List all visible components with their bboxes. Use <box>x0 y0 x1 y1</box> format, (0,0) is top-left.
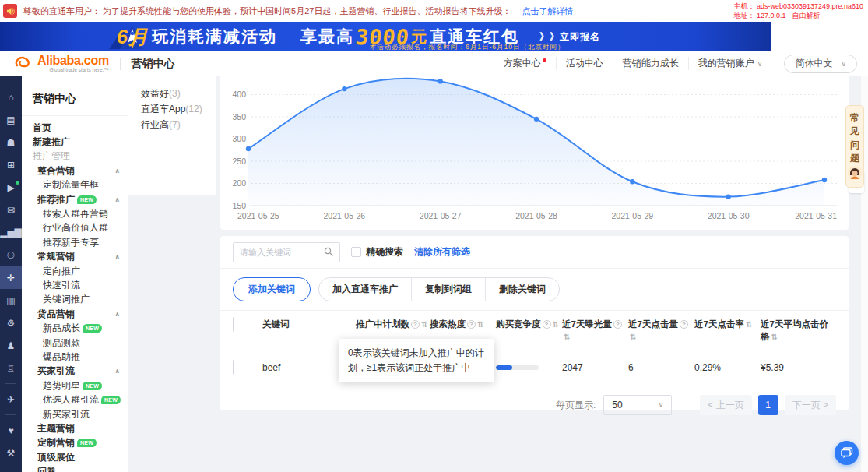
sidebar-item[interactable]: 搜索人群再营销 <box>22 206 128 220</box>
quick-filter-item[interactable]: 行业高(7) <box>141 117 216 132</box>
message-icon[interactable]: ✉ <box>0 199 22 221</box>
data-point[interactable] <box>822 178 827 182</box>
chevron-up-icon[interactable]: ∧ <box>115 253 121 260</box>
keyword-search-box[interactable] <box>233 242 340 262</box>
column-header[interactable]: 购买竞争度?⇅ <box>496 318 562 330</box>
sidebar-item[interactable]: 货品营销∧ <box>22 307 128 321</box>
notice-detail-link[interactable]: 点击了解详情 <box>522 5 573 17</box>
sidebar-item[interactable]: 整合营销∧ <box>22 164 128 178</box>
sidebar-item[interactable]: 常规营销∧ <box>22 250 128 264</box>
sort-icon[interactable]: ⇅ <box>564 333 570 341</box>
header-nav-item[interactable]: 活动中心 <box>557 57 613 70</box>
column-header[interactable]: 推广中计划数?⇅ <box>356 318 430 330</box>
column-header[interactable]: 近7天点击量?⇅ <box>628 318 694 343</box>
data-point[interactable] <box>438 79 442 83</box>
delete-keyword-button[interactable]: 删除关键词 <box>485 278 559 301</box>
copy-to-wordgroup-button[interactable]: 复制到词组 <box>411 278 485 301</box>
sidebar-item[interactable]: 推荐新手专享 <box>22 235 128 249</box>
keyword-search-input[interactable] <box>240 248 324 257</box>
add-to-p4p-button[interactable]: 加入直通车推广 <box>319 278 411 301</box>
sidebar-item[interactable]: 定向推广 <box>22 264 128 278</box>
column-header[interactable]: 搜索热度?⇅ <box>430 318 496 330</box>
sidebar-item[interactable]: 首页 <box>22 121 128 135</box>
sidebar-item[interactable]: 关键词推广 <box>22 293 128 307</box>
exact-search-checkbox[interactable] <box>351 247 361 257</box>
page-number-button[interactable]: 1 <box>758 395 778 415</box>
sort-icon[interactable]: ⇅ <box>553 320 559 329</box>
help-icon[interactable]: ? <box>467 320 476 329</box>
chevron-up-icon[interactable]: ∧ <box>115 311 121 318</box>
language-selector[interactable]: 简体中文 ∨ <box>784 55 857 73</box>
header-nav-item[interactable]: 方案中心 <box>494 57 557 70</box>
sidebar-item[interactable]: 推荐推广NEW∧ <box>22 192 128 206</box>
faq-widget[interactable]: 常见问题 <box>845 105 864 188</box>
sidebar-item[interactable]: 顶级展位 <box>22 450 128 464</box>
data-point[interactable] <box>534 117 539 122</box>
banner-signup-link[interactable]: 》》立即报名 <box>539 30 600 44</box>
audience-icon[interactable]: ⚇ <box>0 244 22 266</box>
row-checkbox[interactable] <box>233 360 234 375</box>
data-point[interactable] <box>342 86 346 91</box>
alibaba-logo[interactable]: Alibaba.com Global trade starts here.™ <box>14 55 109 73</box>
sort-icon[interactable]: ⇅ <box>477 320 483 329</box>
sidebar-item[interactable]: 问卷 <box>22 464 128 472</box>
sidebar-item[interactable]: 行业高价值人群 <box>22 221 128 235</box>
help-icon[interactable]: ? <box>411 320 420 329</box>
help-icon[interactable]: ? <box>543 320 551 329</box>
storefront-icon[interactable]: ▤ <box>0 108 22 131</box>
header-nav-item[interactable]: 我的营销账户∨ <box>689 57 772 70</box>
help-icon[interactable]: ? <box>680 320 688 329</box>
sidebar-item[interactable]: 买家引流∧ <box>22 365 128 379</box>
favorites-icon[interactable]: ♥ <box>0 419 22 442</box>
select-all-checkbox[interactable] <box>233 317 234 332</box>
targeting-icon[interactable]: ✛ <box>0 266 22 289</box>
data-point[interactable] <box>630 179 634 184</box>
bank-icon[interactable]: ♖ <box>0 357 22 379</box>
chat-button[interactable] <box>835 441 859 465</box>
send-icon[interactable]: ✈ <box>0 388 22 410</box>
sort-icon[interactable]: ⇅ <box>630 333 636 341</box>
sort-icon[interactable]: ⇅ <box>421 320 427 329</box>
prev-page-button[interactable]: < 上一页 <box>700 395 751 415</box>
chevron-up-icon[interactable]: ∧ <box>115 196 121 203</box>
video-icon[interactable]: ▶ <box>0 176 22 199</box>
sidebar-item[interactable]: 测品测款 <box>22 336 128 350</box>
sort-icon[interactable]: ⇅ <box>746 320 752 329</box>
add-keyword-button[interactable]: 添加关键词 <box>233 277 311 301</box>
sidebar-item[interactable]: 定制营销NEW <box>22 436 128 450</box>
briefcase-icon[interactable]: ⚒ <box>0 442 22 464</box>
exact-search-option[interactable]: 精确搜索 <box>351 245 403 259</box>
column-header[interactable]: 近7天平均点击价格⇅ <box>761 318 835 343</box>
header-nav-item[interactable]: 营销能力成长 <box>613 57 689 70</box>
quick-filter-item[interactable]: 效益好(3) <box>141 86 216 101</box>
sidebar-item[interactable]: 定制流量年框 <box>22 178 128 192</box>
sidebar-item[interactable]: 主题营销 <box>22 421 128 435</box>
per-page-select[interactable]: 50 ∨ <box>603 395 672 415</box>
sidebar-item[interactable]: 新品成长NEW <box>22 321 128 335</box>
sort-icon[interactable]: ⇅ <box>771 333 778 341</box>
column-header[interactable]: 近7天曝光量?⇅ <box>562 318 628 343</box>
table-row[interactable]: beef204760.29%¥5.39 <box>220 347 849 387</box>
column-header[interactable]: 近7天点击率⇅ <box>694 318 761 330</box>
search-icon[interactable] <box>324 245 333 259</box>
chevron-up-icon[interactable]: ∧ <box>115 368 121 375</box>
clear-filters-link[interactable]: 清除所有筛选 <box>414 245 470 259</box>
chevron-up-icon[interactable]: ∧ <box>115 167 121 174</box>
home-icon[interactable]: ⌂ <box>0 86 22 108</box>
quick-filter-item[interactable]: 直通车App(12) <box>141 101 216 117</box>
shield-icon[interactable]: ☗ <box>0 131 22 153</box>
promo-banner[interactable]: 6月 玩消耗满减活动 享最高 3000 元 直通车红包 》》立即报名 本活动必须… <box>0 22 771 51</box>
next-page-button[interactable]: 下一页 > <box>785 395 836 415</box>
data-point[interactable] <box>246 146 251 151</box>
trend-line-chart[interactable]: 1502002503003504002021-05-252021-05-2620… <box>225 76 842 230</box>
sidebar-item[interactable]: 新买家引流 <box>22 407 128 421</box>
sidebar-item[interactable]: 快速引流 <box>22 278 128 292</box>
clipboard-icon[interactable]: ▥ <box>0 289 22 312</box>
sidebar-item[interactable]: 爆品助推 <box>22 350 128 364</box>
sidebar-item[interactable]: 新建推广 <box>22 135 128 149</box>
account-icon[interactable]: ♟ <box>0 334 22 357</box>
settings-icon[interactable]: ⚙ <box>0 312 22 334</box>
help-icon[interactable]: ? <box>613 320 622 329</box>
sidebar-item[interactable]: 趋势明星NEW <box>22 379 128 393</box>
analytics-icon[interactable]: ▂▅▇ <box>0 221 22 244</box>
